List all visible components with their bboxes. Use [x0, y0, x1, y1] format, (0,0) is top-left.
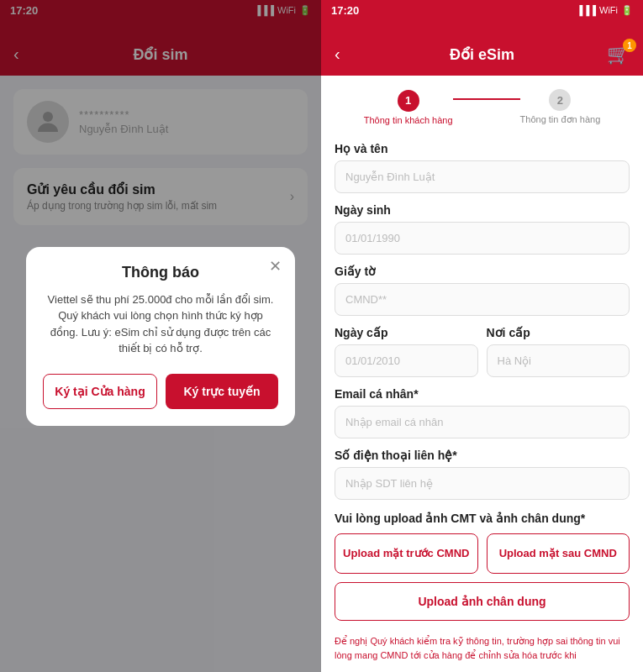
input-noi-cap[interactable]: [487, 344, 630, 377]
stepper: 1 Thông tin khách hàng 2 Thông tin đơn h…: [321, 76, 643, 132]
status-time-right: 17:20: [331, 4, 359, 17]
upload-row-cmnd: Upload mặt trước CMND Upload mặt sau CMN…: [335, 533, 630, 574]
upload-mat-truoc-button[interactable]: Upload mặt trước CMND: [335, 533, 478, 574]
label-ngay-cap: Ngày cấp: [335, 326, 478, 339]
step-num-1: 1: [405, 94, 411, 107]
right-panel: 17:20 ▐▐▐ WiFi 🔋 ‹ Đổi eSim 🛒 1 1 Thông …: [321, 0, 643, 672]
upload-chan-dung-button[interactable]: Upload ảnh chân dung: [335, 582, 630, 621]
form-col-ngay-cap: Ngày cấp: [335, 316, 478, 377]
step-label-1: Thông tin khách hàng: [364, 115, 453, 125]
upload-mat-sau-button[interactable]: Upload mặt sau CMND: [487, 533, 630, 574]
input-giay-to[interactable]: [335, 283, 630, 316]
step-circle-2: 2: [549, 89, 571, 111]
step-num-2: 2: [557, 94, 563, 107]
btn-store[interactable]: Ký tại Cửa hàng: [43, 374, 157, 409]
step-circle-1: 1: [398, 90, 419, 112]
modal-title: Thông báo: [43, 264, 278, 281]
note-text: Để nghị Quý khách kiểm tra kỹ thông tin,…: [335, 634, 630, 662]
wifi-icon-right: WiFi: [599, 5, 618, 15]
modal-box: ✕ Thông báo Viettel sẽ thu phí 25.000đ c…: [26, 247, 295, 426]
modal-body: Viettel sẽ thu phí 25.000đ cho mỗi lần đ…: [43, 291, 278, 357]
btn-online[interactable]: Ký trực tuyến: [166, 374, 278, 409]
back-button-right[interactable]: ‹: [335, 45, 340, 64]
cart-button[interactable]: 🛒 1: [607, 44, 630, 66]
label-ho-ten: Họ và tên: [335, 142, 630, 155]
step-2: 2 Thông tin đơn hàng: [520, 89, 601, 125]
battery-icon-right: 🔋: [621, 5, 633, 16]
input-ngay-cap[interactable]: [335, 344, 478, 377]
status-bar-right: 17:20 ▐▐▐ WiFi 🔋: [321, 0, 643, 20]
signal-icon-right: ▐▐▐: [577, 5, 596, 15]
upload-section-label: Vui lòng upload ảnh CMT và ảnh chân dung…: [335, 512, 630, 525]
left-panel: 17:20 ▐▐▐ WiFi 🔋 ‹ Đổi sim ********** Ng…: [0, 0, 321, 672]
cart-icon: 🛒 1: [607, 44, 630, 66]
form-row-issued: Ngày cấp Nơi cấp: [335, 316, 630, 377]
label-giay-to: Giấy tờ: [335, 265, 630, 278]
right-page-title: Đổi eSim: [450, 45, 514, 64]
input-phone[interactable]: [335, 467, 630, 500]
step-label-2: Thông tin đơn hàng: [520, 114, 601, 125]
cart-badge: 1: [623, 39, 636, 52]
right-header: 17:20 ▐▐▐ WiFi 🔋 ‹ Đổi eSim 🛒 1: [321, 0, 643, 76]
status-icons-right: ▐▐▐ WiFi 🔋: [577, 5, 633, 16]
form-col-noi-cap: Nơi cấp: [487, 316, 630, 377]
form-scroll: Họ và tên Ngày sinh Giấy tờ Ngày cấp Nơi…: [321, 132, 643, 672]
label-noi-cap: Nơi cấp: [487, 326, 630, 339]
step-line: [453, 98, 520, 100]
input-email[interactable]: [335, 406, 630, 438]
modal-buttons: Ký tại Cửa hàng Ký trực tuyến: [43, 374, 278, 409]
step-1: 1 Thông tin khách hàng: [364, 90, 453, 125]
label-phone: Số điện thoại liên hệ*: [335, 449, 630, 462]
modal-close-button[interactable]: ✕: [269, 257, 282, 276]
modal-overlay: ✕ Thông báo Viettel sẽ thu phí 25.000đ c…: [0, 0, 321, 672]
input-ngay-sinh[interactable]: [335, 222, 630, 255]
label-email: Email cá nhân*: [335, 387, 630, 401]
label-ngay-sinh: Ngày sinh: [335, 203, 630, 217]
input-ho-ten[interactable]: [335, 160, 630, 193]
